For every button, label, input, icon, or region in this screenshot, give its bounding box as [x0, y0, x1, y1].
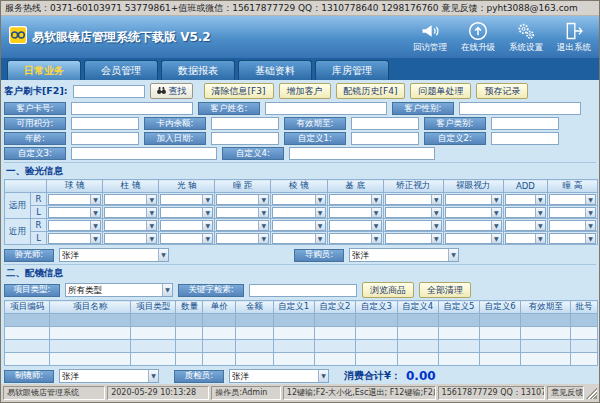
fitting-filter-row: 项目类型: 所有类型▼ 关键字检索: 浏览商品 全部清理	[4, 282, 596, 298]
chevron-down-icon: ▼	[371, 234, 381, 243]
online-upgrade-button[interactable]: 在线升级	[461, 21, 495, 54]
opto-value-combobox[interactable]: ▼	[329, 220, 382, 231]
customer-fields-row4: 自定义3: 自定义4:	[4, 147, 596, 160]
opto-value-combobox[interactable]: ▼	[160, 194, 213, 205]
fitting-history-button[interactable]: 配镜历史[F4]	[336, 83, 406, 99]
opto-value-combobox[interactable]: ▼	[549, 194, 596, 205]
opto-group-far-label: 远用	[5, 193, 31, 219]
custom4-label: 自定义4:	[222, 147, 284, 160]
resize-grip-icon[interactable]	[586, 387, 597, 399]
exit-system-button[interactable]: 退出系统	[557, 21, 591, 54]
opto-row-far-left: L ▼ ▼ ▼ ▼ ▼ ▼ ▼ ▼ ▼ ▼	[5, 206, 598, 219]
join-date-input[interactable]	[211, 132, 279, 145]
opto-value-combobox[interactable]: ▼	[272, 220, 325, 231]
tab-basic-data[interactable]: 基础资料	[238, 60, 312, 80]
customer-category-input[interactable]	[491, 117, 559, 130]
opto-col-pupil-height: 瞳 高	[547, 180, 597, 193]
problem-order-button[interactable]: 问题单处理	[410, 83, 471, 99]
customer-gender-input[interactable]	[459, 102, 581, 115]
lens-maker-combobox[interactable]: 张洋▼	[59, 369, 159, 383]
quality-inspector-combobox[interactable]: 张洋▼	[229, 369, 329, 383]
opto-value-combobox[interactable]: ▼	[272, 207, 325, 218]
opto-value-combobox[interactable]: ▼	[104, 233, 157, 244]
opto-value-combobox[interactable]: ▼	[385, 207, 442, 218]
keyword-search-label: 关键字检索:	[178, 284, 244, 297]
opto-value-combobox[interactable]: ▼	[160, 220, 213, 231]
opto-value-combobox[interactable]: ▼	[216, 233, 269, 244]
chevron-down-icon: ▼	[315, 208, 325, 217]
opto-value-combobox[interactable]: ▼	[445, 194, 502, 205]
opto-value-combobox[interactable]: ▼	[329, 194, 382, 205]
card-balance-input[interactable]	[211, 117, 279, 130]
opto-value-combobox[interactable]: ▼	[505, 207, 546, 218]
opto-value-combobox[interactable]: ▼	[385, 220, 442, 231]
opto-value-combobox[interactable]: ▼	[549, 207, 596, 218]
chevron-down-icon: ▼	[535, 234, 545, 243]
opto-value-combobox[interactable]: ▼	[505, 194, 546, 205]
tab-daily-business[interactable]: 日常业务	[7, 60, 81, 80]
table-row[interactable]	[5, 353, 598, 366]
keyword-search-input[interactable]	[249, 284, 357, 297]
total-amount-label: 消费合计¥：	[344, 369, 401, 383]
opto-value-combobox[interactable]: ▼	[549, 233, 596, 244]
chevron-down-icon: ▼	[448, 249, 458, 261]
table-row[interactable]	[5, 327, 598, 340]
sales-guide-combobox[interactable]: 张洋▼	[349, 248, 459, 262]
predeposit-records-button[interactable]: 预存记录	[476, 83, 528, 99]
opto-value-combobox[interactable]: ▼	[48, 233, 101, 244]
opto-value-combobox[interactable]: ▼	[549, 220, 596, 231]
clear-info-button[interactable]: 清除信息[F3]	[204, 83, 274, 99]
opto-value-combobox[interactable]: ▼	[104, 194, 157, 205]
find-customer-button[interactable]: 查找	[150, 83, 193, 99]
chevron-down-icon: ▼	[491, 221, 501, 230]
opto-value-combobox[interactable]: ▼	[160, 207, 213, 218]
opto-value-combobox[interactable]: ▼	[216, 207, 269, 218]
opto-value-combobox[interactable]: ▼	[216, 220, 269, 231]
clear-all-button[interactable]: 全部清理	[419, 282, 471, 298]
opto-value-combobox[interactable]: ▼	[272, 233, 325, 244]
browse-products-button[interactable]: 浏览商品	[362, 282, 414, 298]
callback-management-button[interactable]: 回访管理	[413, 21, 447, 54]
opto-value-combobox[interactable]: ▼	[385, 194, 442, 205]
custom4-input[interactable]	[289, 147, 435, 160]
opto-value-combobox[interactable]: ▼	[48, 220, 101, 231]
opto-value-combobox[interactable]: ▼	[329, 207, 382, 218]
table-row[interactable]	[5, 340, 598, 353]
optometrist-combobox[interactable]: 张洋▼	[59, 248, 169, 262]
system-settings-button[interactable]: 系统设置	[509, 21, 543, 54]
customer-card-no-input[interactable]	[71, 102, 193, 115]
opto-value-combobox[interactable]: ▼	[445, 207, 502, 218]
opto-value-combobox[interactable]: ▼	[329, 233, 382, 244]
opto-value-combobox[interactable]: ▼	[505, 220, 546, 231]
swipe-card-input[interactable]	[73, 85, 145, 98]
chevron-down-icon: ▼	[371, 208, 381, 217]
opto-value-combobox[interactable]: ▼	[216, 194, 269, 205]
item-type-combobox[interactable]: 所有类型▼	[65, 283, 173, 297]
customer-name-input[interactable]	[265, 102, 387, 115]
age-input[interactable]	[71, 132, 139, 145]
custom2-input[interactable]	[491, 132, 559, 145]
add-customer-button[interactable]: 增加客户	[279, 83, 331, 99]
available-points-input[interactable]	[71, 117, 139, 130]
valid-until-input[interactable]	[351, 117, 419, 130]
custom3-input[interactable]	[71, 147, 217, 160]
tab-data-reports[interactable]: 数据报表	[161, 60, 235, 80]
opto-value-combobox[interactable]: ▼	[272, 194, 325, 205]
opto-value-combobox[interactable]: ▼	[445, 233, 502, 244]
opto-value-combobox[interactable]: ▼	[160, 233, 213, 244]
tab-warehouse-management[interactable]: 库房管理	[315, 60, 389, 80]
tab-member-management[interactable]: 会员管理	[84, 60, 158, 80]
opto-value-combobox[interactable]: ▼	[48, 194, 101, 205]
opto-eye-l-label: L	[31, 206, 47, 219]
opto-value-combobox[interactable]: ▼	[385, 233, 442, 244]
opto-value-combobox[interactable]: ▼	[505, 233, 546, 244]
table-row[interactable]	[5, 314, 598, 327]
opto-value-combobox[interactable]: ▼	[48, 207, 101, 218]
items-col-item-type: 项目类型	[131, 301, 176, 314]
opto-value-combobox[interactable]: ▼	[445, 220, 502, 231]
opto-eye-r-label: R	[31, 219, 47, 232]
chevron-down-icon: ▼	[431, 208, 441, 217]
custom1-input[interactable]	[351, 132, 419, 145]
opto-value-combobox[interactable]: ▼	[104, 207, 157, 218]
opto-value-combobox[interactable]: ▼	[104, 220, 157, 231]
